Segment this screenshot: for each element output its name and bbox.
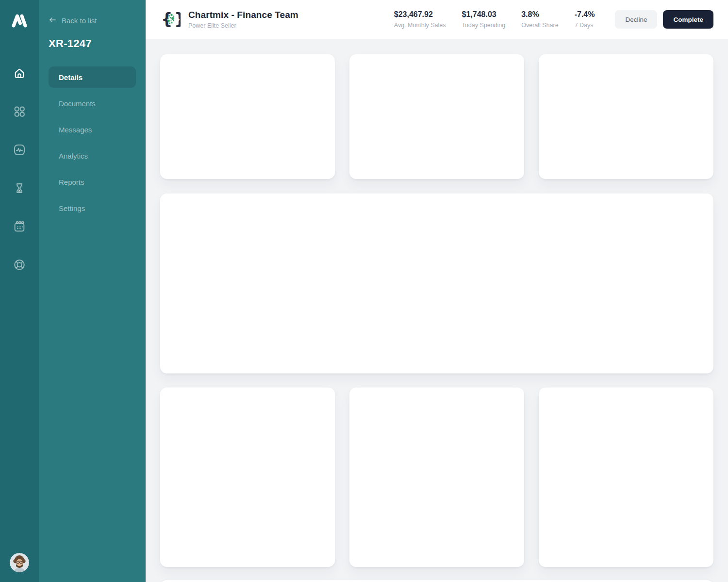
card-wide — [160, 194, 713, 373]
stat-label: 7 Days — [575, 22, 595, 29]
back-to-list-link[interactable]: Back to list — [49, 16, 136, 25]
calendar-icon[interactable] — [12, 219, 27, 234]
complete-button[interactable]: Complete — [663, 10, 713, 29]
rail-nav — [12, 66, 27, 272]
stat-value: 3.8% — [521, 10, 558, 19]
card — [160, 388, 335, 567]
sidebar-nav: Details Documents Messages Analytics Rep… — [49, 66, 136, 219]
stat-label: Today Spending — [462, 22, 506, 29]
stat-value: $1,748.03 — [462, 10, 506, 19]
stat-value: -7.4% — [575, 10, 595, 19]
stat-7-days: -7.4% 7 Days — [575, 10, 595, 29]
header-actions: Decline Complete — [615, 10, 713, 29]
sidebar: Back to list XR-1247 Details Documents M… — [39, 0, 146, 582]
page-header: { } Chartmix - Finance Team Power Elite … — [146, 0, 728, 39]
card — [539, 54, 713, 179]
sidebar-item-documents[interactable]: Documents — [49, 93, 136, 114]
m-logo — [11, 12, 28, 29]
sidebar-item-reports[interactable]: Reports — [49, 171, 136, 193]
home-icon[interactable] — [12, 66, 27, 81]
sidebar-item-analytics[interactable]: Analytics — [49, 145, 136, 166]
stat-value: $23,467.92 — [394, 10, 446, 19]
main-area: { } Chartmix - Finance Team Power Elite … — [146, 0, 728, 582]
card-row-top — [160, 54, 713, 179]
app-window: Back to list XR-1247 Details Documents M… — [0, 0, 728, 582]
apps-grid-icon[interactable] — [12, 104, 27, 119]
stat-label: Overall Share — [521, 22, 558, 29]
stat-overall-share: 3.8% Overall Share — [521, 10, 558, 29]
back-arrow-icon — [49, 16, 56, 25]
case-id-title: XR-1247 — [49, 37, 136, 50]
page-title: Chartmix - Finance Team — [188, 10, 298, 20]
help-ring-icon[interactable] — [12, 258, 27, 272]
chartmix-logo-icon: { } — [161, 10, 181, 29]
content-area — [146, 39, 728, 582]
stat-avg-monthly-sales: $23,467.92 Avg. Monthly Sales — [394, 10, 446, 29]
card — [160, 54, 335, 179]
stat-label: Avg. Monthly Sales — [394, 22, 446, 29]
hourglass-icon[interactable] — [12, 181, 27, 195]
sidebar-item-details[interactable]: Details — [49, 66, 136, 88]
sidebar-item-messages[interactable]: Messages — [49, 119, 136, 140]
card — [539, 388, 713, 567]
header-titles: Chartmix - Finance Team Power Elite Sell… — [188, 10, 298, 29]
activity-icon[interactable] — [12, 143, 27, 157]
sidebar-item-settings[interactable]: Settings — [49, 197, 136, 219]
card — [349, 54, 524, 179]
icon-rail — [0, 0, 39, 582]
page-subtitle: Power Elite Seller — [188, 22, 298, 29]
avatar[interactable] — [10, 553, 29, 572]
card-row-bottom — [160, 388, 713, 567]
header-stats: $23,467.92 Avg. Monthly Sales $1,748.03 … — [394, 10, 595, 29]
svg-text:}: } — [174, 10, 181, 29]
svg-text:{: { — [161, 10, 173, 29]
back-to-list-label: Back to list — [62, 16, 97, 25]
stat-today-spending: $1,748.03 Today Spending — [462, 10, 506, 29]
card — [349, 388, 524, 567]
card-partial — [160, 580, 713, 582]
decline-button[interactable]: Decline — [615, 10, 657, 29]
